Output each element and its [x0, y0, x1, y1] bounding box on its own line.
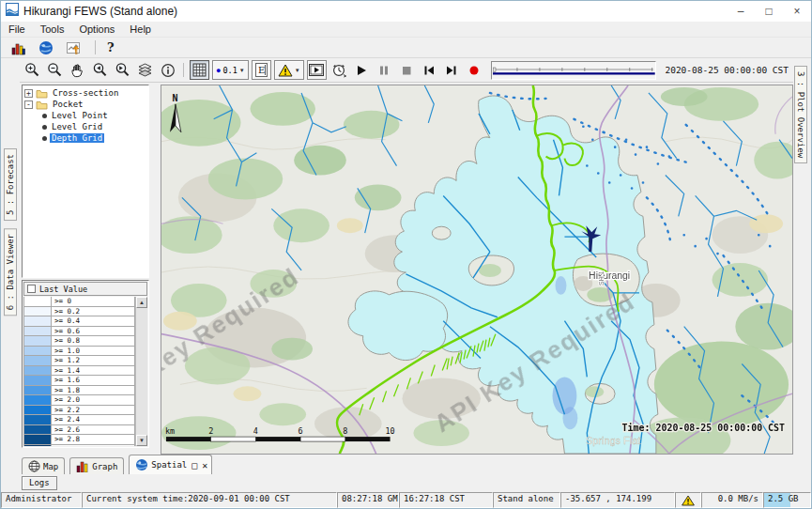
interval-dropdown[interactable]: ●0.1▼	[212, 60, 249, 80]
chevron-down-icon: ▼	[239, 68, 245, 73]
menu-item[interactable]: File	[8, 23, 25, 35]
grid-toggle-button[interactable]	[190, 60, 209, 80]
tab-spatial[interactable]: Spatial □ ✕	[129, 455, 212, 474]
time-slider[interactable]	[491, 61, 657, 80]
folder-icon	[36, 88, 48, 99]
tree-node-level-grid[interactable]: Level Grid	[24, 121, 148, 132]
status-memory: 2.5 GB	[763, 492, 811, 508]
warning-icon	[682, 495, 695, 506]
interval-value: 0.1	[222, 66, 237, 75]
tab-map[interactable]: Map	[22, 457, 65, 474]
logs-button[interactable]: Logs	[22, 476, 57, 490]
tab-spatial-label: Spatial	[151, 460, 187, 470]
legend-panel: Last Value >= 0	[22, 280, 149, 448]
animation-timer-icon[interactable]	[329, 60, 349, 80]
pause-button[interactable]	[375, 60, 394, 80]
tab-close-icon[interactable]: ✕	[202, 460, 207, 470]
map-area: API Key Required API Key Required Hikura…	[161, 83, 793, 454]
logs-row: Logs	[1, 474, 811, 492]
layer-tree: + Cross-section - Pocket Level Point	[22, 85, 149, 278]
panel-divider[interactable]	[149, 83, 161, 454]
record-button[interactable]	[465, 60, 484, 80]
status-local-time: 16:27:18 CST	[399, 492, 493, 508]
timeseries-edit-icon[interactable]	[64, 38, 84, 57]
play-button[interactable]	[352, 60, 372, 80]
warning-dropdown[interactable]: ▼	[274, 60, 304, 80]
tab-graph-label: Graph	[92, 462, 117, 471]
main-toolbar: ?	[1, 38, 811, 58]
zoom-previous-icon[interactable]	[90, 60, 110, 80]
scroll-up-icon[interactable]: ▲	[136, 297, 147, 308]
status-warning-cell[interactable]	[675, 492, 701, 508]
scale-tick: 2	[208, 426, 213, 436]
app-icon	[6, 3, 19, 20]
minimize-button[interactable]: –	[727, 5, 755, 18]
interval-dot-icon: ●	[216, 66, 221, 75]
bullet-icon	[42, 125, 47, 130]
map-globe-icon[interactable]	[36, 38, 55, 57]
tree-node-label[interactable]: Cross-section	[51, 88, 120, 98]
skip-to-end-button[interactable]	[442, 60, 462, 80]
menu-item[interactable]: Tools	[40, 23, 65, 35]
tab-plot-overview[interactable]: 3 : Plot Overview	[794, 66, 807, 163]
svg-text:E: E	[258, 65, 265, 75]
wire-globe-icon	[28, 460, 40, 472]
tree-node-label[interactable]: Level Point	[50, 111, 110, 120]
bar-chart-icon	[76, 460, 89, 472]
scroll-down-icon[interactable]: ▼	[136, 435, 147, 446]
tab-forecast[interactable]: 5 : Forecast	[4, 148, 17, 221]
north-label: N	[172, 93, 177, 103]
animation-export-button[interactable]	[307, 60, 327, 80]
tree-node-pocket[interactable]: - Pocket	[24, 99, 148, 110]
zoom-next-icon[interactable]	[113, 60, 132, 80]
skip-to-start-button[interactable]	[420, 60, 439, 80]
stop-button[interactable]	[397, 60, 417, 80]
document-tabs: Map Graph Spatial □ ✕	[1, 454, 811, 474]
map-canvas[interactable]: API Key Required API Key Required Hikura…	[161, 85, 793, 455]
application-window: Hikurangi FEWS (Stand alone) – □ × FileT…	[0, 0, 812, 509]
layers-icon[interactable]	[135, 60, 155, 80]
expander-icon[interactable]: +	[24, 89, 33, 98]
zoom-out-icon[interactable]	[45, 60, 65, 80]
maximize-button[interactable]: □	[755, 5, 783, 18]
status-bar: Administrator Current system time:2020-0…	[1, 492, 811, 508]
tree-node-label[interactable]: Pocket	[51, 100, 85, 109]
tree-node-label[interactable]: Level Grid	[50, 122, 104, 131]
legend-row: >= 3.0	[23, 445, 135, 447]
status-coordinates: -35.657 , 174.199	[560, 492, 675, 508]
tree-node-cross-section[interactable]: + Cross-section	[24, 87, 148, 99]
info-icon[interactable]	[158, 60, 177, 80]
last-value-checkbox[interactable]	[27, 285, 36, 293]
title-bar: Hikurangi FEWS (Stand alone) – □ ×	[1, 1, 811, 22]
database-chart-icon[interactable]	[8, 38, 27, 57]
tab-data-viewer[interactable]: 6 : Data Viewer	[4, 228, 17, 316]
menu-item[interactable]: Help	[130, 23, 151, 35]
last-value-label: Last Value	[39, 285, 87, 294]
legend-scrollbar[interactable]: ▲ ▼	[135, 297, 147, 446]
left-tab-strip: 5 : Forecast 6 : Data Viewer	[1, 58, 20, 454]
expander-icon[interactable]: -	[24, 100, 33, 109]
legend-button[interactable]: E	[252, 60, 271, 80]
help-button[interactable]: ?	[107, 40, 115, 54]
scale-tick: 10	[385, 426, 394, 436]
toolbar-separator	[95, 40, 96, 54]
spatial-toolbar: ●0.1▼ E ▼ 20	[20, 58, 793, 83]
tree-node-level-point[interactable]: Level Point	[24, 110, 148, 121]
close-button[interactable]: ×	[783, 5, 811, 18]
scroll-track[interactable]	[136, 308, 147, 435]
scale-tick: 8	[343, 426, 347, 436]
window-title: Hikurangi FEWS (Stand alone)	[23, 5, 177, 18]
locality-label: Springs Flat	[586, 435, 640, 446]
pan-hand-icon[interactable]	[68, 60, 87, 80]
tree-node-label[interactable]: Depth Grid	[50, 133, 104, 143]
warning-icon	[278, 64, 293, 77]
tree-node-depth-grid[interactable]: Depth Grid	[24, 132, 148, 144]
menu-bar: FileToolsOptionsHelp	[1, 22, 811, 38]
zoom-in-icon[interactable]	[23, 60, 42, 80]
status-mode: Stand alone	[493, 492, 560, 508]
globe-icon	[135, 458, 148, 471]
tab-maximize-icon[interactable]: □	[192, 460, 197, 470]
menu-item[interactable]: Options	[79, 23, 115, 35]
legend-header: Last Value	[23, 282, 147, 296]
tab-graph[interactable]: Graph	[69, 457, 124, 474]
